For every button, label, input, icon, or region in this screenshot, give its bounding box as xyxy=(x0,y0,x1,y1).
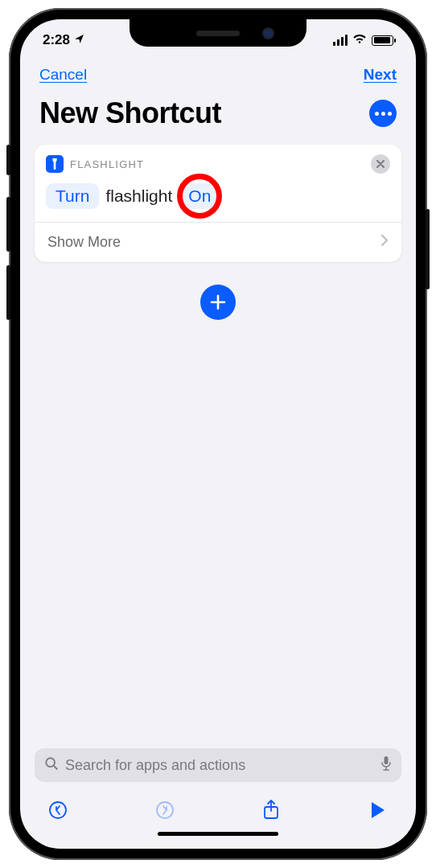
noun-text: flashlight xyxy=(104,186,174,206)
more-options-button[interactable] xyxy=(369,100,397,127)
status-time: 2:28 xyxy=(43,32,70,48)
plus-icon xyxy=(210,294,226,310)
ellipsis-icon xyxy=(375,112,392,116)
add-action-button[interactable] xyxy=(200,285,236,320)
action-category-label: FLASHLIGHT xyxy=(70,158,144,170)
svg-point-0 xyxy=(46,758,55,767)
location-icon xyxy=(74,34,84,47)
close-icon xyxy=(376,160,385,168)
svg-rect-1 xyxy=(385,756,389,764)
battery-icon xyxy=(372,35,393,46)
earpiece-speaker xyxy=(196,31,240,36)
page-title: New Shortcut xyxy=(39,96,221,130)
power-button xyxy=(426,209,430,289)
search-bar[interactable]: Search for apps and actions xyxy=(35,748,401,782)
home-indicator[interactable] xyxy=(158,832,278,836)
action-body: Turn flashlight On xyxy=(35,178,401,222)
state-pill[interactable]: On xyxy=(179,183,220,209)
nav-bar: Cancel Next xyxy=(20,56,416,88)
search-placeholder: Search for apps and actions xyxy=(65,757,374,774)
cellular-icon xyxy=(333,35,348,46)
svg-point-2 xyxy=(50,802,66,818)
action-card-flashlight: FLASHLIGHT Turn flashlight On Show More xyxy=(35,145,401,262)
main-content: FLASHLIGHT Turn flashlight On Show More xyxy=(20,145,416,748)
next-button[interactable]: Next xyxy=(364,66,397,84)
notch xyxy=(130,19,306,47)
volume-up-button xyxy=(6,197,10,252)
action-card-header: FLASHLIGHT xyxy=(35,145,401,178)
volume-down-button xyxy=(6,265,10,320)
bottom-area: Search for apps and actions xyxy=(20,748,416,849)
run-button[interactable] xyxy=(366,798,390,822)
title-row: New Shortcut xyxy=(20,88,416,145)
remove-action-button[interactable] xyxy=(371,154,390,174)
wifi-icon xyxy=(352,32,367,48)
screen: 2:28 Cancel Next New Shortcut xyxy=(20,19,416,849)
show-more-row[interactable]: Show More xyxy=(35,222,401,262)
cancel-button[interactable]: Cancel xyxy=(39,66,87,84)
editor-toolbar xyxy=(35,793,401,829)
verb-pill[interactable]: Turn xyxy=(46,183,99,209)
dictation-button[interactable] xyxy=(380,755,392,775)
play-icon xyxy=(372,802,385,818)
undo-button[interactable] xyxy=(46,798,70,822)
phone-frame: 2:28 Cancel Next New Shortcut xyxy=(9,8,427,860)
chevron-right-icon xyxy=(380,234,389,251)
redo-button xyxy=(153,798,177,822)
svg-point-3 xyxy=(157,802,173,818)
flashlight-icon xyxy=(46,155,64,173)
mute-switch xyxy=(6,145,10,175)
front-camera xyxy=(264,29,273,38)
show-more-label: Show More xyxy=(47,234,121,251)
search-icon xyxy=(44,756,59,774)
share-button[interactable] xyxy=(259,798,283,822)
